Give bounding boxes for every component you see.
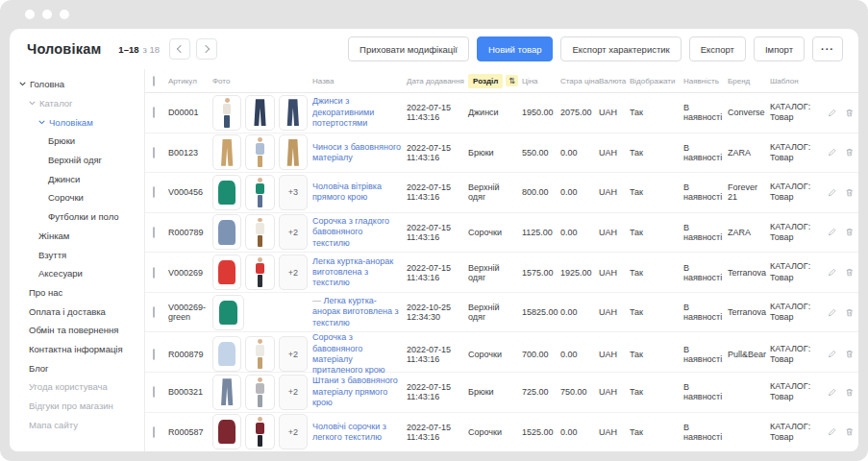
sidebar-item[interactable]: Чоловікам [10,112,144,132]
edit-icon[interactable] [828,387,837,398]
product-photo[interactable] [245,95,274,131]
row-checkbox[interactable] [153,107,155,118]
next-page-button[interactable] [196,38,217,60]
window-dot[interactable] [25,10,35,19]
product-photo[interactable] [245,214,274,250]
col-header-sku[interactable]: Артикул [168,77,212,85]
trash-icon[interactable] [845,307,855,318]
sidebar-item[interactable]: Брюки [10,132,144,151]
product-photo[interactable] [212,214,241,250]
col-header-currency[interactable]: Валюта [599,77,630,85]
sidebar-item[interactable]: Блог [10,358,144,377]
window-dot[interactable] [42,10,52,19]
trash-icon[interactable] [845,187,855,198]
product-link[interactable]: Легка куртка-анорак виготовлена з тексти… [312,256,393,288]
row-checkbox[interactable] [153,267,155,279]
sidebar-item[interactable]: Верхній одяг [10,151,144,170]
more-photos-badge[interactable]: +2 [279,214,308,250]
product-link[interactable]: Джинси з декоративними потертостями [312,96,374,128]
product-link[interactable]: Легка куртка-анорак виготовлена з тексти… [312,296,399,328]
edit-icon[interactable] [828,267,837,278]
more-photos-badge[interactable]: +2 [279,255,308,290]
row-checkbox[interactable] [153,349,155,360]
product-photo[interactable] [245,375,274,410]
row-checkbox[interactable] [153,306,155,318]
trash-icon[interactable] [845,426,855,437]
col-header-section-label[interactable]: Розділ [468,74,503,88]
product-photo[interactable] [212,134,241,170]
sort-icon[interactable]: ⇅ [506,75,518,86]
trash-icon[interactable] [845,108,855,118]
toolbar-button[interactable]: Приховати модифікації [348,36,469,61]
product-photo[interactable] [279,134,308,170]
col-header-old-price[interactable]: Стара ціна [560,77,599,85]
col-header-price[interactable]: Ціна [522,77,560,85]
sidebar-item[interactable]: Сорочки [10,188,144,207]
more-photos-badge[interactable]: +2 [279,336,308,372]
sidebar-item[interactable]: Відгуки про магазин [10,397,144,416]
product-photo[interactable] [279,95,308,131]
sidebar-item[interactable]: Про нас [10,283,144,303]
more-photos-badge[interactable]: +3 [279,175,308,210]
row-checkbox[interactable] [153,386,155,398]
edit-icon[interactable] [828,147,837,158]
product-photo[interactable] [245,255,274,290]
toolbar-button[interactable]: Імпорт [754,36,805,61]
sidebar-item[interactable]: Обмін та повернення [10,321,144,340]
trash-icon[interactable] [845,387,855,398]
sidebar-item[interactable]: Джинси [10,169,144,188]
sidebar-item[interactable]: Жінкам [10,227,144,246]
sidebar-item[interactable]: Каталог [10,94,144,113]
product-photo[interactable] [245,414,274,449]
col-header-availability[interactable]: Наявність [683,77,728,85]
product-link[interactable]: Сорочка з гладкого бавовняного текстилю [312,216,389,248]
product-link[interactable]: Чоловічі сорочки з легкого текстилю [312,422,386,442]
product-photo[interactable] [212,375,241,410]
sidebar-item[interactable]: Взуття [10,245,144,264]
trash-icon[interactable] [845,227,855,237]
edit-icon[interactable] [828,426,837,437]
product-link[interactable]: Штани з бавовняного матеріалу прямого кр… [312,376,398,407]
product-link[interactable]: Чиноси з бавовняного матеріалу [312,142,401,162]
sidebar-item[interactable]: Угода користувача [10,377,144,397]
row-checkbox[interactable] [153,227,155,238]
row-checkbox[interactable] [153,186,155,198]
prev-page-button[interactable] [169,38,190,60]
toolbar-button[interactable]: Експорт характеристик [560,36,681,61]
col-header-name[interactable]: Назва [312,77,407,85]
sidebar-item[interactable]: Мапа сайту [10,415,144,434]
product-photo[interactable] [212,255,241,290]
product-photo[interactable] [212,95,241,131]
more-photos-badge[interactable]: +2 [279,414,308,449]
product-link[interactable]: Чоловіча вітрівка прямого крою [312,182,382,202]
product-photo[interactable] [245,175,274,210]
product-link[interactable]: Сорочка з бавовняного матеріалу притален… [312,332,384,375]
sidebar-item[interactable]: Контактна інформація [10,340,144,359]
product-photo[interactable] [212,295,244,330]
product-photo[interactable] [245,336,274,372]
edit-icon[interactable] [828,349,837,359]
trash-icon[interactable] [845,349,855,359]
trash-icon[interactable] [845,267,855,278]
trash-icon[interactable] [845,147,855,158]
edit-icon[interactable] [828,307,837,318]
col-header-template[interactable]: Шаблон [770,77,828,85]
sidebar-item[interactable]: Головна [10,75,144,94]
product-photo[interactable] [212,175,241,210]
edit-icon[interactable] [828,227,837,237]
col-header-date[interactable]: Дата додавання [407,77,468,85]
toolbar-button[interactable]: ··· [812,36,843,61]
toolbar-button[interactable]: Експорт [689,36,746,61]
product-photo[interactable] [245,134,274,170]
edit-icon[interactable] [828,108,837,118]
more-photos-badge[interactable]: +2 [279,375,308,410]
row-checkbox[interactable] [153,147,155,158]
col-header-brand[interactable]: Бренд [728,77,770,85]
product-photo[interactable] [212,336,241,372]
toolbar-button[interactable]: Новий товар [477,36,553,61]
col-header-display[interactable]: Відображати [630,77,683,85]
sidebar-item[interactable]: Оплата і доставка [10,302,144,321]
row-checkbox[interactable] [153,426,155,438]
product-photo[interactable] [212,414,241,449]
sidebar-item[interactable]: Футболки и поло [10,207,144,227]
